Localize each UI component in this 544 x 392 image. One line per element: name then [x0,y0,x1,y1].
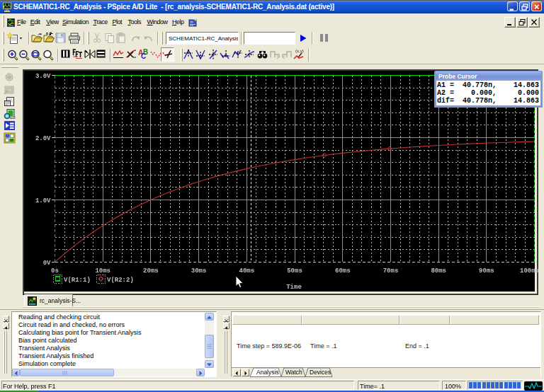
svg-text:0V: 0V [43,260,51,267]
svg-text:Analysis: Analysis [256,369,279,376]
svg-text:(x,y): (x,y) [295,49,304,53]
svg-text:50ms: 50ms [287,267,302,275]
svg-text:30ms: 30ms [191,267,207,275]
svg-text:2.0V: 2.0V [35,135,51,142]
svg-text:60ms: 60ms [335,267,351,275]
svg-text:1.0V: 1.0V [35,197,51,204]
svg-text:0s: 0s [51,267,59,275]
svg-text:90ms: 90ms [479,267,494,275]
svg-text:Devices: Devices [310,369,331,376]
svg-text:C: C [141,52,146,59]
svg-text:Time: Time [286,284,302,291]
svg-text:40ms: 40ms [239,267,254,275]
svg-text:10ms: 10ms [95,267,110,275]
svg-text:70ms: 70ms [383,267,399,275]
svg-text:3.0V: 3.0V [35,73,51,80]
svg-text:80ms: 80ms [431,267,446,275]
svg-text:20ms: 20ms [143,267,159,275]
svg-text:Watch: Watch [285,369,302,376]
svg-text:V(R1:1): V(R1:1) [64,277,91,284]
svg-text:100ms: 100ms [520,267,539,275]
svg-text:V(R2:2): V(R2:2) [107,277,134,284]
